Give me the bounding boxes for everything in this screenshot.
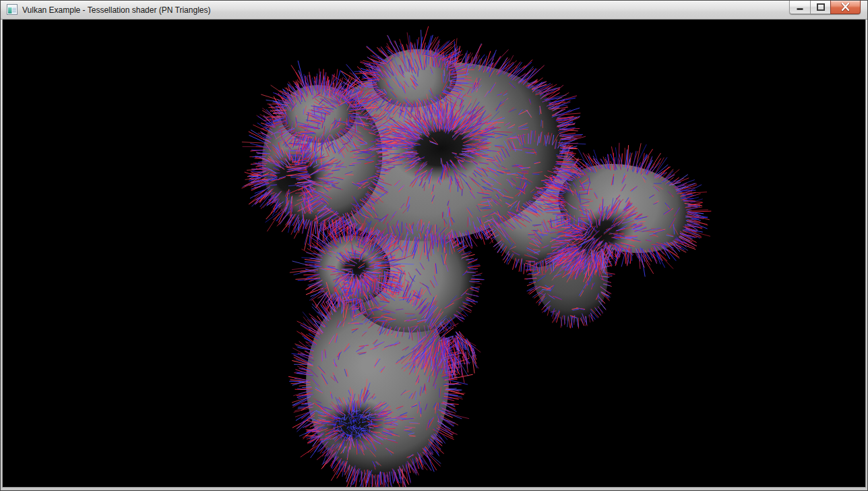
viewport[interactable] bbox=[3, 20, 865, 487]
close-button[interactable] bbox=[830, 1, 861, 14]
window-controls bbox=[789, 1, 861, 13]
app-window: Vulkan Example - Tessellation shader (PN… bbox=[0, 0, 868, 491]
app-icon[interactable] bbox=[7, 4, 18, 15]
minimize-icon bbox=[796, 3, 804, 11]
window-title: Vulkan Example - Tessellation shader (PN… bbox=[22, 5, 210, 15]
minimize-button[interactable] bbox=[789, 1, 811, 14]
maximize-button[interactable] bbox=[811, 1, 830, 14]
titlebar[interactable]: Vulkan Example - Tessellation shader (PN… bbox=[1, 1, 867, 20]
maximize-icon bbox=[817, 3, 825, 11]
close-icon bbox=[840, 3, 850, 11]
3d-render-canvas[interactable] bbox=[3, 20, 865, 487]
